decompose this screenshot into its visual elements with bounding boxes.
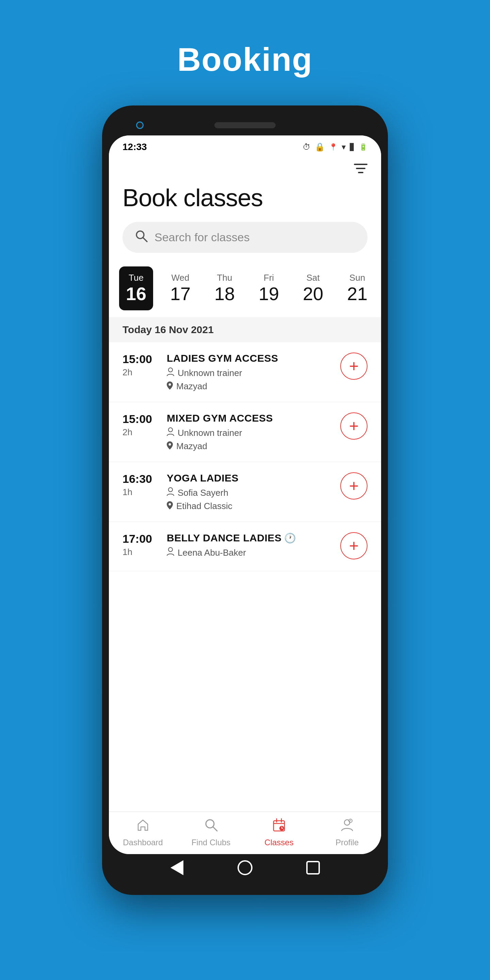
class-time-block-2: 15:00 2h bbox=[123, 412, 160, 438]
phone-screen: 12:33 ⏱ 🔒 📍 ▾ ▊ 🔋 bbox=[109, 135, 381, 854]
class-location-2: Mazyad bbox=[167, 441, 334, 452]
classes-icon bbox=[272, 817, 286, 836]
class-duration-2: 2h bbox=[123, 427, 160, 438]
search-bar[interactable]: Search for classes bbox=[123, 222, 368, 253]
status-bar: 12:33 ⏱ 🔒 📍 ▾ ▊ 🔋 bbox=[109, 135, 381, 156]
svg-rect-1 bbox=[356, 168, 366, 169]
trainer-icon-2 bbox=[167, 427, 174, 438]
svg-point-9 bbox=[169, 488, 172, 492]
class-time-2: 15:00 bbox=[123, 412, 160, 426]
nav-label-profile: Profile bbox=[336, 838, 359, 847]
svg-line-4 bbox=[143, 237, 147, 242]
plus-icon-4: + bbox=[349, 538, 359, 554]
date-day-name-sun: Sun bbox=[350, 272, 365, 283]
class-location-1: Mazyad bbox=[167, 381, 334, 392]
trainer-icon-3 bbox=[167, 487, 174, 498]
class-trainer-2: Unknown trainer bbox=[167, 427, 334, 438]
class-time-block-3: 16:30 1h bbox=[123, 472, 160, 498]
back-button[interactable] bbox=[169, 859, 185, 876]
class-name-2: MIXED GYM ACCESS bbox=[167, 412, 334, 424]
battery-icon: 🔋 bbox=[359, 143, 368, 151]
search-icon bbox=[135, 229, 148, 245]
date-item-thu[interactable]: Thu 18 bbox=[208, 272, 242, 304]
back-icon bbox=[170, 860, 183, 875]
svg-point-5 bbox=[169, 368, 172, 372]
date-item-sun[interactable]: Sun 21 bbox=[340, 272, 374, 304]
nav-label-find-clubs: Find Clubs bbox=[192, 838, 231, 847]
location-status-icon: 📍 bbox=[329, 143, 337, 151]
date-number-sat: 20 bbox=[303, 283, 323, 304]
class-item-mixed-gym[interactable]: 15:00 2h MIXED GYM ACCESS Unknown traine… bbox=[109, 402, 381, 462]
clock-badge-icon: 🕐 bbox=[284, 533, 296, 544]
phone-bottom-bar bbox=[109, 854, 381, 881]
class-item-yoga[interactable]: 16:30 1h YOGA LADIES Sofia Sayerh bbox=[109, 462, 381, 522]
class-time-3: 16:30 bbox=[123, 472, 160, 485]
home-button[interactable] bbox=[237, 859, 253, 876]
app-content: Book classes Search for classes Tue 16 bbox=[109, 156, 381, 854]
date-number-wed: 17 bbox=[170, 283, 191, 304]
location-icon-3 bbox=[167, 501, 173, 511]
class-duration-4: 1h bbox=[123, 547, 160, 557]
today-separator: Today 16 Nov 2021 bbox=[109, 317, 381, 342]
nav-item-classes[interactable]: Classes bbox=[259, 817, 299, 847]
date-number-sun: 21 bbox=[347, 283, 368, 304]
page-title: Book classes bbox=[109, 180, 381, 222]
add-button-4[interactable]: + bbox=[340, 532, 368, 559]
class-trainer-4: Leena Abu-Baker bbox=[167, 547, 334, 558]
recents-icon bbox=[306, 861, 320, 875]
location-icon-2 bbox=[167, 441, 173, 452]
class-time-block-4: 17:00 1h bbox=[123, 532, 160, 557]
sim-icon: 🔒 bbox=[315, 142, 325, 152]
class-duration-1: 2h bbox=[123, 367, 160, 378]
svg-point-8 bbox=[169, 443, 171, 445]
class-trainer-1: Unknown trainer bbox=[167, 368, 334, 379]
search-placeholder-text: Search for classes bbox=[154, 231, 250, 244]
class-item-ladies-gym[interactable]: 15:00 2h LADIES GYM ACCESS Unknown train… bbox=[109, 342, 381, 402]
class-name-4: BELLY DANCE LADIES 🕐 bbox=[167, 532, 334, 544]
class-details-1: LADIES GYM ACCESS Unknown trainer Mazya bbox=[167, 353, 334, 392]
svg-point-10 bbox=[169, 503, 171, 505]
phone-top-bar bbox=[109, 115, 381, 135]
class-details-4: BELLY DANCE LADIES 🕐 Leena Abu-Baker bbox=[167, 532, 334, 561]
phone-camera bbox=[136, 121, 143, 129]
filter-button[interactable] bbox=[354, 163, 368, 177]
nav-item-profile[interactable]: Profile bbox=[327, 817, 368, 847]
date-day-name-sat: Sat bbox=[306, 272, 320, 283]
svg-line-13 bbox=[213, 827, 217, 831]
nav-label-dashboard: Dashboard bbox=[123, 838, 163, 847]
plus-icon-3: + bbox=[349, 478, 359, 494]
date-item-sat[interactable]: Sat 20 bbox=[296, 272, 330, 304]
home-icon bbox=[237, 860, 253, 875]
profile-icon bbox=[340, 817, 355, 836]
nav-item-dashboard[interactable]: Dashboard bbox=[123, 817, 163, 847]
date-day-name-wed: Wed bbox=[172, 272, 189, 283]
class-time-block-1: 15:00 2h bbox=[123, 353, 160, 378]
plus-icon-2: + bbox=[349, 418, 359, 434]
recents-button[interactable] bbox=[305, 859, 321, 876]
plus-icon-1: + bbox=[349, 358, 359, 374]
date-item-wed[interactable]: Wed 17 bbox=[163, 272, 197, 304]
add-button-3[interactable]: + bbox=[340, 472, 368, 500]
phone-frame: 12:33 ⏱ 🔒 📍 ▾ ▊ 🔋 bbox=[102, 105, 388, 895]
date-picker: Tue 16 Wed 17 Thu 18 Fri 19 Sat 20 bbox=[109, 263, 381, 314]
date-number-fri: 19 bbox=[259, 283, 279, 304]
today-text: Today 16 Nov 2021 bbox=[123, 324, 214, 335]
date-day-name-fri: Fri bbox=[264, 272, 274, 283]
add-button-2[interactable]: + bbox=[340, 412, 368, 440]
class-time-1: 15:00 bbox=[123, 353, 160, 366]
date-item-fri[interactable]: Fri 19 bbox=[252, 272, 286, 304]
class-duration-3: 1h bbox=[123, 487, 160, 498]
signal-icon: ▊ bbox=[350, 143, 355, 151]
date-item-tue[interactable]: Tue 16 bbox=[119, 266, 153, 310]
bottom-nav: Dashboard Find Clubs bbox=[109, 811, 381, 854]
class-trainer-3: Sofia Sayerh bbox=[167, 487, 334, 498]
svg-point-7 bbox=[169, 428, 172, 432]
nav-item-find-clubs[interactable]: Find Clubs bbox=[191, 817, 231, 847]
date-day-name-tue: Tue bbox=[129, 272, 143, 283]
class-location-3: Etihad Classic bbox=[167, 501, 334, 511]
class-item-belly-dance[interactable]: 17:00 1h BELLY DANCE LADIES 🕐 Leena A bbox=[109, 522, 381, 571]
add-button-1[interactable]: + bbox=[340, 353, 368, 380]
svg-point-11 bbox=[169, 547, 172, 552]
date-day-name-thu: Thu bbox=[217, 272, 232, 283]
bg-title: Booking bbox=[177, 41, 313, 78]
